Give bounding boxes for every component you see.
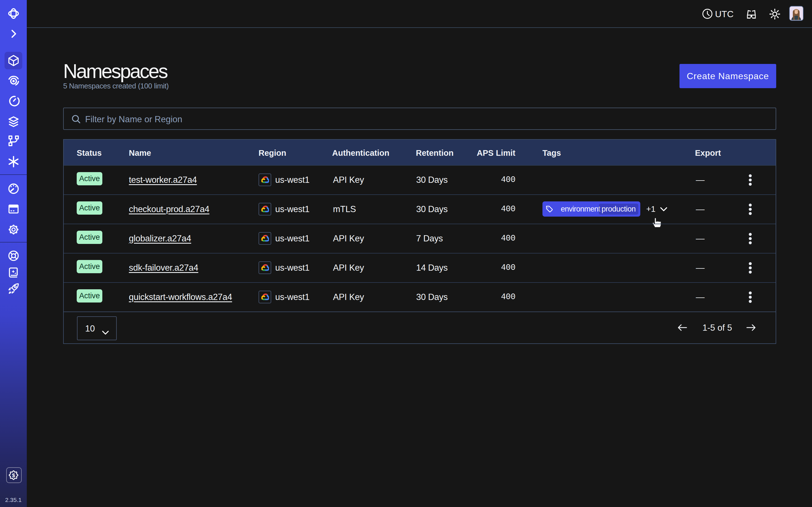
svg-text:$: $ <box>12 472 15 478</box>
